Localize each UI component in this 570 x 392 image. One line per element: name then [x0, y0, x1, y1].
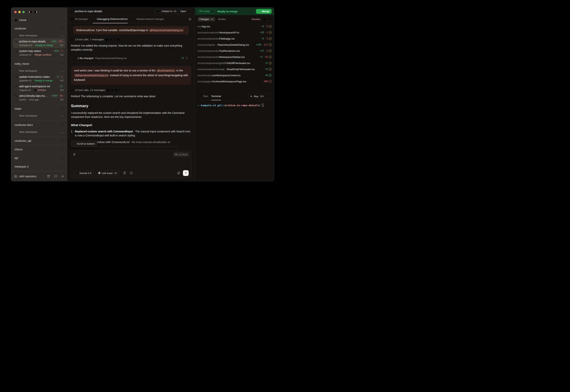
archive-icon[interactable]	[47, 175, 50, 178]
chat-transcript: ReferenceError: Can't find variable: use…	[67, 24, 195, 150]
tab-review-branch-changes[interactable]: Review branch changes	[132, 15, 164, 23]
filter-icon[interactable]	[269, 18, 272, 21]
chevron-down-icon	[198, 95, 200, 98]
file-row[interactable]: src/ui/components/ToolRenderers.tsx+17-2	[198, 48, 271, 54]
sidebar-item-home[interactable]: Home	[11, 16, 67, 24]
section-name: swipe	[14, 107, 21, 110]
file-row[interactable]: src/ui/hooks/useWorkspaceContext.ts+8	[198, 72, 271, 78]
file-row[interactable]: src/ui/compone…RepositoryDetailsDialog.t…	[198, 42, 271, 48]
file-row[interactable]: src/ui/components/git/diff/GitDiffFileHe…	[198, 60, 271, 66]
scroll-to-bottom-button[interactable]: Scroll to bottom	[71, 140, 97, 147]
terminal-output[interactable]: → kampala-v3 git:(archive-in-repo-detail…	[195, 100, 274, 181]
link-issue-button[interactable]: Link issue ⌘I	[96, 171, 120, 176]
run-options-button[interactable]	[266, 94, 271, 99]
pull-request-icon	[14, 75, 17, 78]
search-icon[interactable]	[263, 18, 266, 21]
composer-input[interactable]: 2	[73, 153, 189, 156]
collapse-terminal-button[interactable]	[198, 92, 200, 100]
message-composer[interactable]: 2 ⌘L to focus Sonnet 4.5 Link issue ⌘I	[71, 150, 192, 178]
new-terminal-button[interactable]	[224, 92, 227, 100]
merge-button[interactable]: Merge	[256, 9, 272, 14]
send-button[interactable]	[183, 170, 189, 176]
sidebar-section-conductor: conductor New workspace … archive-in-rep…	[11, 24, 67, 59]
new-workspace-button[interactable]: New workspace …	[13, 68, 65, 74]
section-header-conductor-docs[interactable]: conductor-docs	[13, 121, 65, 129]
run-button[interactable]: Run ⌘R	[248, 94, 266, 99]
open-dropdown-button[interactable]: Open	[178, 9, 192, 14]
workspace-item-archive-in-repo-details[interactable]: archive-in-repo-details +312-332 kampala…	[13, 38, 65, 48]
clipboard-icon[interactable]	[123, 171, 126, 175]
tab-run[interactable]: Run	[203, 92, 208, 100]
file-row[interactable]: src/ui/pages/ArchivedWorkspacesPage.tsx-…	[198, 78, 271, 84]
branch-path-button[interactable]: /kampala-v3	[155, 9, 178, 14]
terminal-icon	[115, 89, 117, 91]
workspace-item-system-tray-status[interactable]: system-tray-status +611-1 caracas-v2· Me…	[13, 48, 65, 57]
section-header-swipe[interactable]: swipe	[13, 105, 65, 112]
file-row[interactable]: src/App.tsx+2-5	[198, 23, 271, 29]
feedback-icon[interactable]	[54, 175, 57, 178]
new-workspace-button[interactable]: New workspace …	[13, 129, 65, 135]
spark-icon	[132, 18, 135, 20]
zoom-window-button[interactable]	[22, 11, 25, 13]
diff-badge: +1037-96	[50, 94, 64, 98]
chevron-right-icon	[71, 38, 73, 41]
arrow-up-icon	[185, 172, 187, 174]
diff-badge: +312-332	[50, 40, 64, 43]
add-repository-button[interactable]: Add repository	[19, 175, 36, 178]
workspace-branch: austin	[19, 98, 26, 101]
section-header-melty-home[interactable]: melty_home	[13, 60, 65, 68]
tool-calls-summary[interactable]: 15 tool calls, 13 messages	[71, 88, 191, 92]
workspace-item-update-instructions-codex[interactable]: update-instructions-codex +1-1 papeete-v…	[13, 74, 65, 83]
section-header-conductor[interactable]: conductor	[13, 25, 65, 32]
file-mention-chip[interactable]: @RepositoryDetailsDialog.tsx	[74, 74, 109, 77]
workspace-item-cbh123-melty-labs[interactable]: cbh123/melty-labs-ho… +1037-96 austin· 2…	[13, 93, 65, 102]
pr-panel: PR #1432 Ready to merge Merge Changes10 …	[195, 8, 274, 181]
file-row[interactable]: src/core/conductor/WorkspaceAPI.ts+53-1	[198, 29, 271, 36]
workspace-item-add-agent-workspaces-txt[interactable]: add-agent-workspaces-txt +1 maputo-v2· A…	[13, 83, 65, 93]
review-button[interactable]: Review	[252, 18, 260, 21]
more-options-icon[interactable]: …	[61, 34, 64, 37]
brain-icon[interactable]	[130, 171, 133, 175]
deleted-file-icon	[269, 80, 271, 83]
open-label: Open	[180, 10, 186, 13]
history-button[interactable]	[188, 15, 192, 23]
section-header-conductor-api[interactable]: conductor_api	[13, 137, 65, 145]
new-workspace-button[interactable]: New workspace …	[13, 32, 65, 38]
toggle-left-sidebar-icon[interactable]	[29, 10, 32, 14]
file-row[interactable]: src/ui/components/WorkspaceSidebar.tsx+1…	[198, 54, 271, 60]
more-options-icon[interactable]: …	[61, 69, 64, 72]
assistant-message: Perfect! The refactoring is complete. Le…	[71, 94, 191, 98]
modified-file-icon	[269, 43, 271, 46]
tab-terminal[interactable]: Terminal	[211, 92, 221, 100]
tab-debugging-referenceerror[interactable]: Debugging ReferenceError	[93, 15, 128, 23]
attach-file-icon[interactable]	[177, 171, 180, 175]
tool-calls-summary[interactable]: 13 tool calls, 7 messages	[71, 38, 191, 42]
section-header-chorus[interactable]: chorus	[13, 146, 65, 153]
more-options-icon[interactable]: …	[61, 114, 64, 117]
diff-badge: +1	[59, 85, 64, 88]
tab-changes[interactable]: Changes10	[197, 17, 215, 22]
pr-link-button[interactable]: PR #1432	[197, 9, 215, 14]
file-mention-chip[interactable]: @command.tsx	[156, 69, 176, 72]
section-header-api[interactable]: api	[13, 154, 65, 162]
chevron-down-icon	[267, 95, 270, 98]
pr-status-bar: PR #1432 Ready to merge Merge	[195, 8, 274, 15]
tab-all-changes[interactable]: All changes	[71, 15, 88, 23]
file-mention-chip[interactable]: @RepositoryDetailsDialog.tsx	[149, 29, 184, 32]
minimize-window-button[interactable]	[18, 11, 21, 13]
section-header-metarquiz-2[interactable]: metarquiz-2	[13, 163, 65, 170]
new-workspace-button[interactable]: New workspace …	[13, 112, 65, 119]
close-window-button[interactable]	[14, 11, 17, 13]
section-name: chorus	[14, 148, 23, 151]
new-tab-button[interactable]	[169, 15, 171, 23]
toggle-right-sidebar-icon[interactable]	[34, 10, 37, 14]
model-selector-button[interactable]: Sonnet 4.5	[73, 171, 94, 176]
gear-icon[interactable]	[61, 175, 64, 178]
more-options-icon[interactable]: …	[61, 130, 64, 133]
file-row[interactable]: src/ui/components/FileBadge.tsx+2-3	[198, 36, 271, 42]
file-text-icon	[107, 89, 110, 91]
tab-all-files[interactable]: All files	[218, 18, 226, 21]
file-row[interactable]: src/ui/components/read…ReadOnlyFileHeade…	[198, 66, 271, 72]
file-changed-row[interactable]: 1 file changed RepositoryDetailsDialog.t…	[71, 55, 191, 62]
chevron-right-icon	[61, 148, 64, 151]
